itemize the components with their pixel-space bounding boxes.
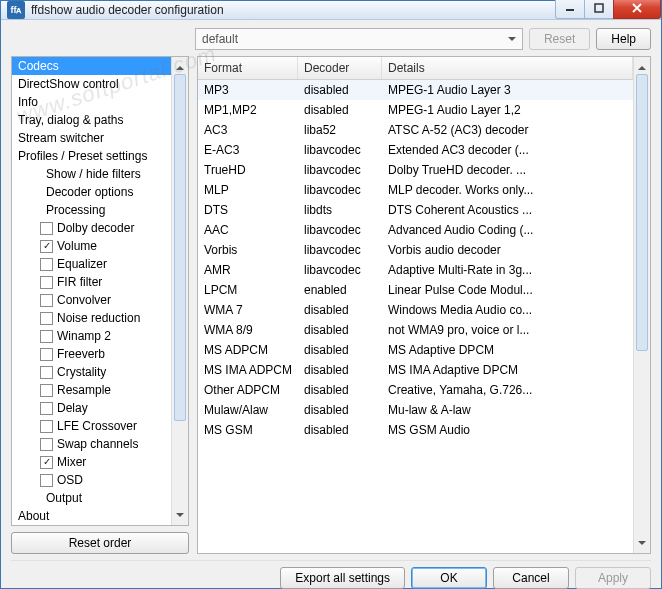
table-row[interactable]: MS ADPCMdisabledMS Adaptive DPCM <box>198 340 633 360</box>
tree-node[interactable]: Swap channels <box>12 435 171 453</box>
tree-node-label: Volume <box>57 239 97 253</box>
tree-node[interactable]: ✓Mixer <box>12 453 171 471</box>
checkbox-icon[interactable] <box>40 402 53 415</box>
table-row[interactable]: TrueHDlibavcodecDolby TrueHD decoder. ..… <box>198 160 633 180</box>
tree-node[interactable]: ✓Volume <box>12 237 171 255</box>
checkbox-icon[interactable] <box>40 474 53 487</box>
tree-node[interactable]: Winamp 2 <box>12 327 171 345</box>
table-row[interactable]: AMRlibavcodecAdaptive Multi-Rate in 3g..… <box>198 260 633 280</box>
grid-scrollbar[interactable] <box>633 57 650 553</box>
tree-node-label: Resample <box>57 383 111 397</box>
tree-node[interactable]: Tray, dialog & paths <box>12 111 171 129</box>
table-row[interactable]: MP3disabledMPEG-1 Audio Layer 3 <box>198 80 633 100</box>
reset-button[interactable]: Reset <box>529 28 590 50</box>
cell-format: LPCM <box>198 281 298 299</box>
table-row[interactable]: Other ADPCMdisabledCreative, Yamaha, G.7… <box>198 380 633 400</box>
cancel-button[interactable]: Cancel <box>493 567 569 589</box>
tree-node[interactable]: FIR filter <box>12 273 171 291</box>
tree-node[interactable]: Profiles / Preset settings <box>12 147 171 165</box>
table-row[interactable]: DTSlibdtsDTS Coherent Acoustics ... <box>198 200 633 220</box>
tree-node[interactable]: Resample <box>12 381 171 399</box>
checkbox-icon[interactable] <box>40 348 53 361</box>
preset-dropdown[interactable]: default <box>195 28 523 50</box>
cell-details: MS IMA Adaptive DPCM <box>382 361 633 379</box>
cell-details: Advanced Audio Coding (... <box>382 221 633 239</box>
cell-decoder: libavcodec <box>298 141 382 159</box>
scroll-thumb[interactable] <box>174 74 186 421</box>
tree-node[interactable]: Equalizer <box>12 255 171 273</box>
maximize-button[interactable] <box>584 0 614 19</box>
close-button[interactable] <box>613 0 661 19</box>
tree-node[interactable]: Crystality <box>12 363 171 381</box>
table-row[interactable]: AAClibavcodecAdvanced Audio Coding (... <box>198 220 633 240</box>
checkbox-icon[interactable] <box>40 258 53 271</box>
export-all-button[interactable]: Export all settings <box>280 567 405 589</box>
scroll-down-icon[interactable] <box>634 536 650 553</box>
tree-node[interactable]: Output <box>12 489 171 507</box>
checkbox-icon[interactable] <box>40 438 53 451</box>
checkbox-icon[interactable] <box>40 384 53 397</box>
checkbox-icon[interactable]: ✓ <box>40 456 53 469</box>
col-details[interactable]: Details <box>382 57 633 79</box>
minimize-button[interactable] <box>555 0 585 19</box>
table-row[interactable]: WMA 7disabledWindows Media Audio co... <box>198 300 633 320</box>
col-format[interactable]: Format <box>198 57 298 79</box>
tree-scrollbar[interactable] <box>171 57 188 525</box>
tree-node[interactable]: Dolby decoder <box>12 219 171 237</box>
cell-format: Other ADPCM <box>198 381 298 399</box>
apply-button[interactable]: Apply <box>575 567 651 589</box>
table-row[interactable]: WMA 8/9disablednot WMA9 pro, voice or l.… <box>198 320 633 340</box>
checkbox-icon[interactable] <box>40 294 53 307</box>
checkbox-icon[interactable] <box>40 222 53 235</box>
col-decoder[interactable]: Decoder <box>298 57 382 79</box>
tree-node[interactable]: Freeverb <box>12 345 171 363</box>
table-row[interactable]: Mulaw/AlawdisabledMu-law & A-law <box>198 400 633 420</box>
tree-node[interactable]: Delay <box>12 399 171 417</box>
table-row[interactable]: VorbislibavcodecVorbis audio decoder <box>198 240 633 260</box>
tree-node[interactable]: Processing <box>12 201 171 219</box>
tree-node[interactable]: Convolver <box>12 291 171 309</box>
checkbox-icon[interactable] <box>40 366 53 379</box>
tree-node[interactable]: Info <box>12 93 171 111</box>
tree-node[interactable]: Show / hide filters <box>12 165 171 183</box>
table-row[interactable]: MLPlibavcodecMLP decoder. Works only... <box>198 180 633 200</box>
cell-format: MP1,MP2 <box>198 101 298 119</box>
table-row[interactable]: E-AC3libavcodecExtended AC3 decoder (... <box>198 140 633 160</box>
left-column: CodecsDirectShow controlInfoTray, dialog… <box>11 56 189 554</box>
checkbox-icon[interactable]: ✓ <box>40 240 53 253</box>
cell-details: ATSC A-52 (AC3) decoder <box>382 121 633 139</box>
settings-tree[interactable]: CodecsDirectShow controlInfoTray, dialog… <box>11 56 189 526</box>
tree-node-label: Stream switcher <box>18 131 104 145</box>
cell-details: Adaptive Multi-Rate in 3g... <box>382 261 633 279</box>
help-button[interactable]: Help <box>596 28 651 50</box>
tree-node[interactable]: Codecs <box>12 57 171 75</box>
cell-decoder: disabled <box>298 361 382 379</box>
cell-decoder: libavcodec <box>298 221 382 239</box>
checkbox-icon[interactable] <box>40 276 53 289</box>
table-row[interactable]: AC3liba52ATSC A-52 (AC3) decoder <box>198 120 633 140</box>
tree-node[interactable]: Decoder options <box>12 183 171 201</box>
reset-order-button[interactable]: Reset order <box>11 532 189 554</box>
ok-button[interactable]: OK <box>411 567 487 589</box>
table-row[interactable]: MP1,MP2disabledMPEG-1 Audio Layer 1,2 <box>198 100 633 120</box>
table-row[interactable]: MS IMA ADPCMdisabledMS IMA Adaptive DPCM <box>198 360 633 380</box>
cell-decoder: disabled <box>298 381 382 399</box>
tree-node-label: Swap channels <box>57 437 138 451</box>
tree-node[interactable]: Stream switcher <box>12 129 171 147</box>
scroll-up-icon[interactable] <box>634 57 650 74</box>
cell-details: not WMA9 pro, voice or l... <box>382 321 633 339</box>
tree-node-label: DirectShow control <box>18 77 119 91</box>
tree-node[interactable]: OSD <box>12 471 171 489</box>
tree-node[interactable]: DirectShow control <box>12 75 171 93</box>
tree-node[interactable]: Noise reduction <box>12 309 171 327</box>
tree-node[interactable]: LFE Crossover <box>12 417 171 435</box>
checkbox-icon[interactable] <box>40 330 53 343</box>
scroll-down-icon[interactable] <box>172 508 188 525</box>
checkbox-icon[interactable] <box>40 420 53 433</box>
tree-node[interactable]: About <box>12 507 171 525</box>
checkbox-icon[interactable] <box>40 312 53 325</box>
scroll-thumb[interactable] <box>636 74 648 351</box>
scroll-up-icon[interactable] <box>172 57 188 74</box>
table-row[interactable]: MS GSMdisabledMS GSM Audio <box>198 420 633 440</box>
table-row[interactable]: LPCMenabledLinear Pulse Code Modul... <box>198 280 633 300</box>
